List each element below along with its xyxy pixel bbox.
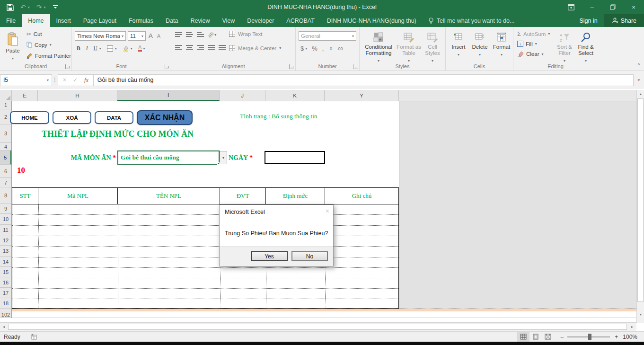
- collapse-ribbon-icon[interactable]: ^: [637, 62, 640, 69]
- zoom-in-icon[interactable]: +: [615, 334, 618, 340]
- row-header-102[interactable]: 102: [0, 311, 11, 318]
- italic-icon[interactable]: I: [86, 45, 88, 51]
- vertical-scroll-thumb[interactable]: [637, 98, 644, 302]
- row-header-14[interactable]: 14: [0, 257, 11, 267]
- column-header-I[interactable]: I: [117, 90, 220, 101]
- paste-button[interactable]: Paste ▾: [2, 29, 24, 62]
- mon-an-dropdown-button[interactable]: ▾: [220, 151, 227, 164]
- column-header-J[interactable]: J: [220, 90, 265, 101]
- font-dialog-launcher-icon[interactable]: [165, 64, 169, 69]
- row-header-11[interactable]: 11: [0, 225, 11, 235]
- row-header-10[interactable]: 10: [0, 214, 11, 225]
- row-header-3[interactable]: 3: [0, 124, 11, 143]
- copy-button[interactable]: Copy ▾: [26, 42, 52, 48]
- number-dialog-launcher-icon[interactable]: [353, 64, 358, 69]
- customize-toolbar-icon[interactable]: [53, 4, 58, 10]
- font-color-icon[interactable]: A: [138, 45, 142, 52]
- tell-me-box[interactable]: Tell me what you want to do...: [423, 14, 520, 27]
- tab-home[interactable]: Home: [22, 14, 50, 27]
- column-header-E[interactable]: E: [12, 90, 38, 101]
- sort-filter-button[interactable]: AZ Sort & Filter ▾: [554, 29, 575, 64]
- delete-cells-button[interactable]: Delete ▾: [469, 29, 490, 58]
- clear-button[interactable]: Clear ▾: [517, 51, 544, 57]
- number-format-combo[interactable]: General ▾: [299, 31, 356, 41]
- insert-cells-button[interactable]: Insert ▾: [449, 29, 468, 58]
- merge-center-button[interactable]: Merge & Center ▾: [229, 45, 281, 51]
- accounting-dropdown-icon[interactable]: ▾: [305, 46, 307, 51]
- align-middle-icon[interactable]: [186, 32, 193, 37]
- tab-data[interactable]: Data: [159, 14, 184, 27]
- tab-acrobat[interactable]: ACROBAT: [280, 14, 321, 27]
- scroll-down-icon[interactable]: ▼: [637, 310, 644, 318]
- decrease-indent-icon[interactable]: [208, 45, 215, 50]
- conditional-formatting-button[interactable]: ≠ Conditional Formatting ▾: [362, 29, 396, 64]
- bold-icon[interactable]: B: [77, 45, 80, 51]
- close-button[interactable]: ×: [623, 0, 644, 14]
- tab-custom-addin[interactable]: DINH MUC-NHA HANG(dung thu): [321, 14, 423, 27]
- dialog-no-button[interactable]: No: [291, 251, 328, 261]
- zoom-slider[interactable]: [567, 336, 610, 337]
- comma-style-icon[interactable]: ,: [322, 45, 324, 52]
- row-header-4[interactable]: 4: [0, 143, 11, 150]
- align-top-icon[interactable]: [175, 32, 182, 37]
- tab-formulas[interactable]: Formulas: [123, 14, 159, 27]
- align-right-icon[interactable]: [197, 45, 204, 50]
- align-left-icon[interactable]: [175, 45, 182, 50]
- cancel-entry-icon[interactable]: ×: [63, 77, 66, 83]
- scroll-up-icon[interactable]: ▲: [637, 90, 644, 98]
- row-header-12[interactable]: 12: [0, 235, 11, 246]
- alignment-dialog-launcher-icon[interactable]: [289, 64, 294, 69]
- scroll-right-icon[interactable]: ►: [628, 323, 636, 331]
- row-header-17[interactable]: 17: [0, 288, 11, 298]
- row-header-18[interactable]: 18: [0, 298, 11, 309]
- vertical-scrollbar[interactable]: ▲ ▼: [636, 90, 644, 323]
- dialog-close-icon[interactable]: ×: [326, 207, 329, 215]
- expand-formula-bar-icon[interactable]: ▾: [634, 78, 644, 82]
- tab-page-layout[interactable]: Page Layout: [77, 14, 123, 27]
- row-header-7[interactable]: 7: [0, 178, 11, 187]
- font-size-combo[interactable]: 11 ▾: [128, 31, 146, 41]
- fill-color-dropdown-icon[interactable]: ▾: [131, 46, 132, 51]
- ribbon-display-options-icon[interactable]: [561, 0, 582, 14]
- percent-style-icon[interactable]: %: [312, 45, 318, 52]
- increase-decimal-icon[interactable]: .0: [328, 46, 332, 51]
- row-header-8[interactable]: 8: [0, 187, 11, 203]
- page-layout-view-icon[interactable]: [529, 332, 542, 342]
- format-as-table-button[interactable]: Format as Table ▾: [397, 29, 421, 64]
- redo-dropdown-icon[interactable]: ▾: [44, 5, 45, 9]
- accounting-format-icon[interactable]: $: [300, 45, 304, 52]
- share-button[interactable]: Share: [604, 14, 644, 27]
- fill-color-icon[interactable]: [123, 45, 129, 52]
- tab-review[interactable]: Review: [184, 14, 216, 27]
- dialog-yes-button[interactable]: Yes: [251, 251, 288, 261]
- borders-icon[interactable]: [107, 45, 113, 52]
- column-header-K[interactable]: K: [265, 90, 325, 101]
- tab-file[interactable]: File: [0, 14, 22, 27]
- autosum-button[interactable]: Σ AutoSum ▾: [517, 30, 550, 37]
- font-family-combo[interactable]: Times New Roma ▾: [75, 31, 126, 41]
- formula-bar-grip[interactable]: [52, 78, 58, 82]
- decrease-decimal-icon[interactable]: .00: [337, 46, 343, 51]
- data-button[interactable]: DATA: [95, 111, 133, 124]
- column-header-Y[interactable]: Y: [325, 90, 399, 101]
- zoom-slider-thumb[interactable]: [588, 334, 591, 340]
- scroll-left-icon[interactable]: ◄: [0, 323, 8, 331]
- borders-dropdown-icon[interactable]: ▾: [115, 46, 117, 51]
- column-header-H[interactable]: H: [38, 90, 117, 101]
- formula-input[interactable]: Gỏi bê thui cầu mống: [94, 74, 634, 86]
- row-header-6[interactable]: 6: [0, 165, 11, 178]
- minimize-button[interactable]: –: [582, 0, 602, 14]
- undo-icon[interactable]: ↶: [20, 3, 26, 11]
- orientation-icon[interactable]: ab: [207, 30, 215, 38]
- align-bottom-icon[interactable]: [197, 32, 204, 37]
- confirm-entry-icon[interactable]: ✓: [73, 77, 78, 83]
- tab-view[interactable]: View: [216, 14, 241, 27]
- cut-button[interactable]: ✂ Cut: [26, 31, 42, 37]
- fill-button[interactable]: ↓ Fill ▾: [517, 41, 537, 47]
- save-icon[interactable]: [7, 4, 14, 11]
- undo-dropdown-icon[interactable]: ▾: [28, 5, 30, 9]
- format-painter-button[interactable]: Format Painter: [26, 53, 71, 59]
- format-cells-button[interactable]: Format ▾: [491, 29, 512, 58]
- restore-button[interactable]: [602, 0, 623, 14]
- zoom-out-icon[interactable]: –: [561, 334, 564, 340]
